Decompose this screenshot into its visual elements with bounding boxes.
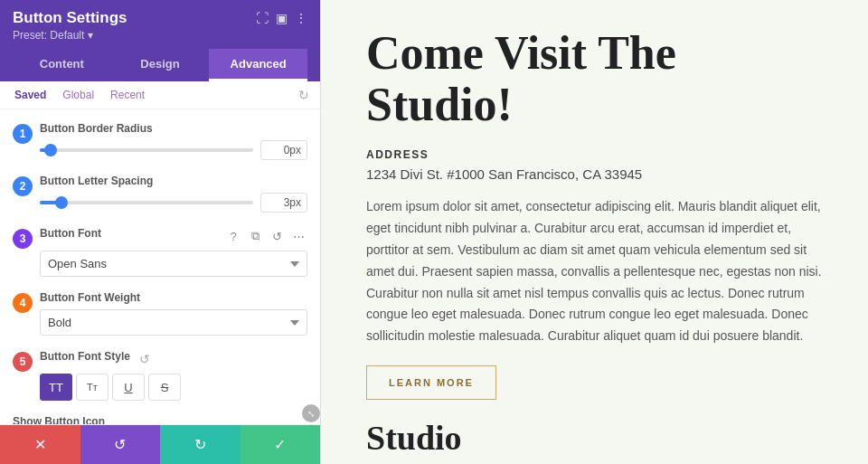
font-weight-select[interactable]: Bold — [40, 309, 307, 336]
address-value: 1234 Divi St. #1000 San Francisco, CA 33… — [366, 166, 832, 182]
border-radius-setting: 1 Button Border Radius — [13, 122, 307, 160]
preset-label[interactable]: Preset: Default ▾ — [13, 29, 307, 42]
learn-more-button[interactable]: LEARN MORE — [366, 365, 496, 400]
drag-handle[interactable]: ⤡ — [302, 404, 320, 422]
subtab-global[interactable]: Global — [59, 87, 98, 103]
letter-spacing-track[interactable] — [40, 201, 253, 204]
tab-design[interactable]: Design — [111, 49, 210, 81]
border-radius-value[interactable] — [260, 140, 307, 160]
letter-spacing-content: Button Letter Spacing — [40, 175, 307, 213]
font-weight-label: Button Font Weight — [40, 291, 307, 304]
page-content: Come Visit The Studio! ADDRESS 1234 Divi… — [321, 0, 868, 464]
confirm-button[interactable]: ✓ — [241, 425, 321, 464]
show-icon-label: Show Button Icon — [13, 415, 307, 424]
heading-line2: Studio! — [366, 79, 513, 130]
heading-line1: Come Visit The — [366, 27, 676, 79]
close-button[interactable]: ✕ — [0, 425, 80, 464]
font-label-row: Button Font ? ⧉ ↺ ⋯ — [40, 227, 307, 245]
font-style-setting: 5 Button Font Style ↺ TT Tт U S — [13, 350, 307, 401]
body-text: Lorem ipsum dolor sit amet, consectetur … — [366, 196, 832, 347]
step-1-circle: 1 — [13, 124, 33, 144]
font-weight-content: Button Font Weight Bold — [40, 291, 307, 336]
panel-title: Button Settings — [13, 9, 127, 27]
step-2-circle: 2 — [13, 176, 33, 196]
sub-tabs-row: Saved Global Recent ↻ — [0, 81, 320, 109]
studio-subheading: Studio — [366, 418, 832, 458]
step-3-circle: 3 — [13, 229, 33, 249]
font-style-underline-button[interactable]: U — [112, 374, 145, 401]
panel-bottom-bar: ✕ ↺ ↻ ✓ — [0, 424, 320, 464]
step-5-circle: 5 — [13, 352, 33, 372]
border-radius-thumb[interactable] — [44, 144, 57, 156]
layout-icon[interactable]: ▣ — [276, 11, 288, 25]
settings-panel: Button Settings ⛶ ▣ ⋮ Preset: Default ▾ … — [0, 0, 321, 464]
address-label: ADDRESS — [366, 148, 832, 161]
panel-header-icons: ⛶ ▣ ⋮ — [256, 11, 307, 25]
more-icon[interactable]: ⋮ — [295, 11, 307, 25]
font-weight-setting: 4 Button Font Weight Bold — [13, 291, 307, 336]
tab-advanced[interactable]: Advanced — [209, 49, 307, 81]
font-copy-icon[interactable]: ⧉ — [246, 227, 264, 245]
refresh-icon[interactable]: ↻ — [298, 88, 309, 102]
font-more-icon[interactable]: ⋯ — [289, 227, 307, 245]
fullscreen-icon[interactable]: ⛶ — [256, 11, 269, 25]
panel-tabs: Content Design Advanced — [13, 49, 307, 81]
font-style-strikethrough-button[interactable]: S — [148, 374, 181, 401]
tab-content[interactable]: Content — [13, 49, 111, 81]
border-radius-slider-row — [40, 140, 307, 160]
border-radius-content: Button Border Radius — [40, 122, 307, 160]
font-style-label: Button Font Style — [40, 350, 130, 363]
font-style-label-row: Button Font Style ↺ — [40, 350, 307, 368]
redo-button[interactable]: ↻ — [160, 425, 241, 464]
font-style-reset-icon[interactable]: ↺ — [139, 352, 150, 366]
step-4-circle: 4 — [13, 293, 33, 313]
font-style-content: Button Font Style ↺ TT Tт U S — [40, 350, 307, 401]
border-radius-label: Button Border Radius — [40, 122, 307, 135]
letter-spacing-label: Button Letter Spacing — [40, 175, 307, 187]
panel-content: 1 Button Border Radius 2 Button Letter S… — [0, 109, 320, 424]
undo-button[interactable]: ↺ — [80, 425, 161, 464]
border-radius-track[interactable] — [40, 148, 253, 152]
font-select[interactable]: Open Sans — [40, 251, 307, 277]
subtab-saved[interactable]: Saved — [11, 87, 50, 103]
font-style-buttons: TT Tт U S — [40, 374, 307, 401]
letter-spacing-setting: 2 Button Letter Spacing — [13, 175, 307, 213]
font-setting: 3 Button Font ? ⧉ ↺ ⋯ Open Sans — [13, 227, 307, 277]
font-help-icon[interactable]: ? — [224, 227, 242, 245]
letter-spacing-thumb[interactable] — [55, 196, 68, 209]
page-heading: Come Visit The Studio! — [366, 27, 832, 130]
panel-header: Button Settings ⛶ ▣ ⋮ Preset: Default ▾ … — [0, 0, 320, 81]
font-style-small-tt-button[interactable]: Tт — [76, 374, 108, 401]
letter-spacing-value[interactable] — [260, 193, 307, 213]
font-reset-icon[interactable]: ↺ — [268, 227, 286, 245]
font-content: Button Font ? ⧉ ↺ ⋯ Open Sans — [40, 227, 307, 277]
font-icons: ? ⧉ ↺ ⋯ — [224, 227, 307, 245]
letter-spacing-slider-row — [40, 193, 307, 213]
font-label: Button Font — [40, 227, 101, 240]
font-style-tt-button[interactable]: TT — [40, 374, 72, 401]
subtab-recent[interactable]: Recent — [107, 87, 148, 103]
